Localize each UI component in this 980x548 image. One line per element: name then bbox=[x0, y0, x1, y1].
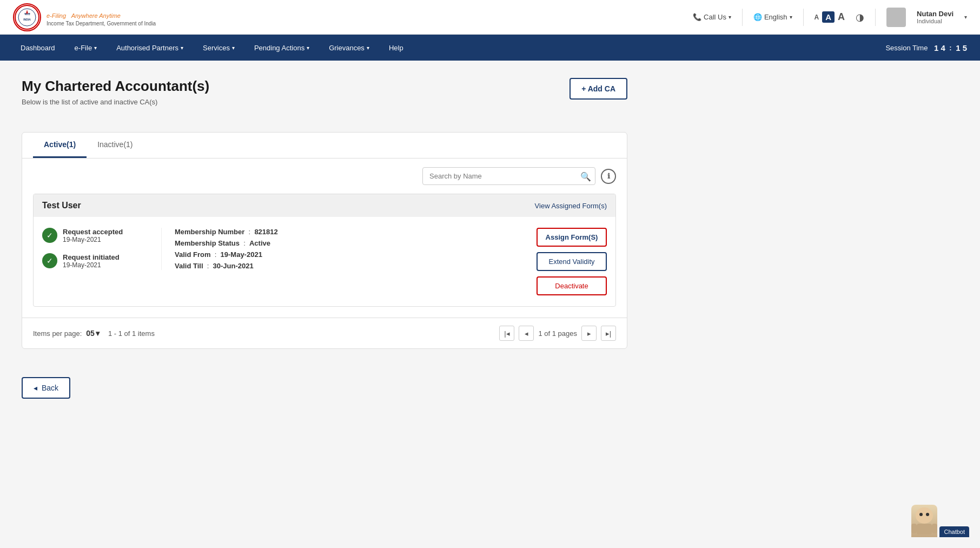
last-page-button[interactable]: ▸| bbox=[601, 326, 616, 341]
timeline-title-2: Request initiated bbox=[63, 253, 120, 261]
info-icon[interactable]: ℹ bbox=[601, 169, 616, 184]
phone-icon: 📞 bbox=[693, 13, 701, 21]
logo-efiling: e-Filing bbox=[47, 12, 66, 19]
contrast-button[interactable]: ◑ bbox=[856, 11, 864, 23]
avatar bbox=[886, 8, 906, 27]
view-forms-link[interactable]: View Assigned Form(s) bbox=[535, 202, 607, 210]
membership-number-row: Membership Number : 821812 bbox=[175, 228, 520, 236]
chevron-down-icon: ▾ bbox=[94, 45, 97, 51]
timeline-date-1: 19-May-2021 bbox=[63, 236, 123, 243]
nav-pending-actions[interactable]: Pending Actions ▾ bbox=[247, 35, 317, 61]
deactivate-button[interactable]: Deactivate bbox=[537, 276, 607, 295]
page-nav: |◂ ◂ 1 of 1 pages ▸ ▸| bbox=[499, 326, 616, 341]
divider-3 bbox=[875, 9, 876, 26]
page-header-row: My Chartered Accountant(s) Below is the … bbox=[22, 78, 627, 119]
search-input[interactable] bbox=[422, 167, 595, 185]
ca-entry: Test User View Assigned Form(s) ✓ Reques… bbox=[33, 194, 616, 307]
logo-emblem: भारत INDIA bbox=[13, 3, 41, 31]
chevron-down-icon: ▾ bbox=[729, 14, 731, 20]
ca-card-container: Active(1) Inactive(1) 🔍 ℹ Test User View… bbox=[22, 132, 627, 349]
items-per-page-select[interactable]: 05 ▾ bbox=[86, 329, 100, 338]
header-controls: 📞 Call Us ▾ 🌐 English ▾ A A A ◑ Nutan De… bbox=[693, 8, 967, 27]
ca-name: Test User bbox=[42, 201, 81, 210]
back-button[interactable]: ◂ Back bbox=[22, 377, 70, 399]
divider-1 bbox=[742, 9, 743, 26]
globe-icon: 🌐 bbox=[753, 13, 762, 21]
tabs: Active(1) Inactive(1) bbox=[22, 133, 627, 159]
tab-inactive[interactable]: Inactive(1) bbox=[87, 133, 143, 158]
session-time: Session Time 1 4 : 1 5 bbox=[885, 43, 967, 52]
ca-card-body: ✓ Request accepted 19-May-2021 ✓ Request… bbox=[34, 217, 615, 306]
timeline-date-2: 19-May-2021 bbox=[63, 261, 120, 269]
add-ca-button[interactable]: + Add CA bbox=[570, 78, 627, 100]
nav-authorised-partners[interactable]: Authorised Partners ▾ bbox=[109, 35, 191, 61]
user-role: Individual bbox=[917, 18, 953, 24]
membership-status-row: Membership Status : Active bbox=[175, 239, 520, 247]
tab-active[interactable]: Active(1) bbox=[33, 133, 87, 158]
logo-text: e-Filing Anywhere Anytime Income Tax Dep… bbox=[47, 8, 156, 27]
chevron-down-icon: ▾ bbox=[96, 329, 100, 338]
language-button[interactable]: 🌐 English ▾ bbox=[753, 13, 792, 21]
chevron-down-icon: ▾ bbox=[181, 45, 183, 51]
page-title: My Chartered Accountant(s) bbox=[22, 78, 209, 95]
search-input-wrap: 🔍 bbox=[422, 167, 595, 185]
extend-validity-button[interactable]: Extend Validity bbox=[537, 252, 607, 271]
search-row: 🔍 ℹ bbox=[22, 159, 627, 194]
svg-point-0 bbox=[15, 5, 39, 29]
font-controls: A A A bbox=[815, 11, 845, 23]
ca-card-header: Test User View Assigned Form(s) bbox=[34, 194, 615, 217]
user-dropdown-button[interactable]: ▾ bbox=[964, 14, 967, 20]
ca-info: Membership Number : 821812 Membership St… bbox=[161, 228, 520, 270]
logo-area: भारत INDIA e-Filing Anywhere Anytime Inc… bbox=[13, 3, 156, 31]
page-info: 1 of 1 pages bbox=[538, 329, 577, 338]
divider-2 bbox=[803, 9, 804, 26]
pagination-row: Items per page: 05 ▾ 1 - 1 of 1 items |◂… bbox=[22, 318, 627, 348]
next-page-button[interactable]: ▸ bbox=[581, 326, 597, 341]
nav-efile[interactable]: e-File ▾ bbox=[67, 35, 105, 61]
page-header-left: My Chartered Accountant(s) Below is the … bbox=[22, 78, 209, 119]
svg-text:INDIA: INDIA bbox=[23, 18, 31, 21]
timeline-item-1: ✓ Request accepted 19-May-2021 bbox=[42, 228, 150, 243]
chevron-left-icon: ◂ bbox=[34, 384, 37, 392]
action-buttons: Assign Form(S) Extend Validity Deactivat… bbox=[531, 228, 607, 295]
valid-from-row: Valid From : 19-May-2021 bbox=[175, 250, 520, 259]
call-us-button[interactable]: 📞 Call Us ▾ bbox=[693, 13, 731, 21]
nav-services[interactable]: Services ▾ bbox=[195, 35, 242, 61]
timeline: ✓ Request accepted 19-May-2021 ✓ Request… bbox=[42, 228, 150, 269]
main-content: My Chartered Accountant(s) Below is the … bbox=[0, 61, 649, 366]
items-per-page: Items per page: 05 ▾ 1 - 1 of 1 items bbox=[33, 329, 155, 338]
chevron-down-icon: ▾ bbox=[232, 45, 235, 51]
font-small-button[interactable]: A bbox=[815, 14, 819, 21]
assign-form-button[interactable]: Assign Form(S) bbox=[537, 228, 607, 247]
nav-help[interactable]: Help bbox=[381, 35, 411, 61]
timeline-item-2: ✓ Request initiated 19-May-2021 bbox=[42, 253, 150, 269]
valid-till-row: Valid Till : 30-Jun-2021 bbox=[175, 262, 520, 270]
top-header: भारत INDIA e-Filing Anywhere Anytime Inc… bbox=[0, 0, 980, 35]
chevron-down-icon: ▾ bbox=[307, 45, 309, 51]
logo-subtitle: Income Tax Department, Government of Ind… bbox=[47, 21, 156, 27]
back-btn-row: ◂ Back bbox=[0, 366, 980, 410]
font-large-button[interactable]: A bbox=[838, 11, 845, 23]
check-icon-2: ✓ bbox=[42, 253, 57, 268]
nav-dashboard[interactable]: Dashboard bbox=[13, 35, 63, 61]
user-info: Nutan Devi Individual bbox=[917, 10, 953, 24]
nav-bar: Dashboard e-File ▾ Authorised Partners ▾… bbox=[0, 35, 980, 61]
chevron-down-icon: ▾ bbox=[790, 14, 792, 20]
chevron-down-icon: ▾ bbox=[367, 45, 369, 51]
logo-title: e-Filing Anywhere Anytime bbox=[47, 8, 156, 21]
search-icon: 🔍 bbox=[580, 171, 591, 181]
font-medium-button[interactable]: A bbox=[822, 11, 835, 23]
user-name: Nutan Devi bbox=[917, 10, 953, 18]
timeline-title-1: Request accepted bbox=[63, 228, 123, 236]
page-subtitle: Below is the list of active and inactive… bbox=[22, 98, 209, 106]
search-button[interactable]: 🔍 bbox=[580, 171, 591, 181]
nav-grievances[interactable]: Grievances ▾ bbox=[321, 35, 377, 61]
first-page-button[interactable]: |◂ bbox=[499, 326, 514, 341]
prev-page-button[interactable]: ◂ bbox=[519, 326, 534, 341]
logo-tagline: Anywhere Anytime bbox=[71, 12, 121, 19]
items-count: 1 - 1 of 1 items bbox=[108, 329, 155, 338]
check-icon-1: ✓ bbox=[42, 228, 57, 243]
